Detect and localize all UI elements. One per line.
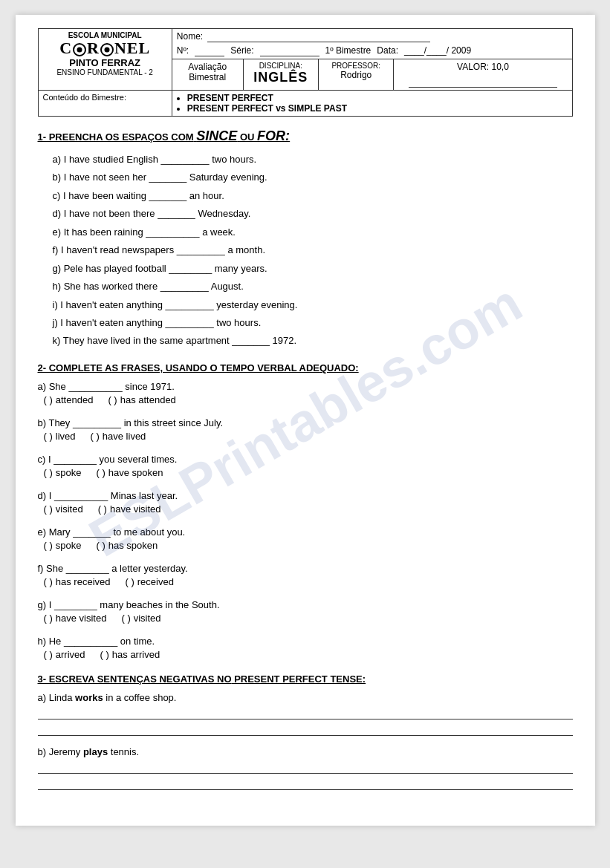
nome-field[interactable] <box>207 31 430 42</box>
no-field[interactable] <box>195 45 224 56</box>
section1-title-text: 1- PREENCHA OS ESPAÇOS COM <box>38 131 194 143</box>
q2-option-4-1[interactable]: ( ) has spoken <box>96 540 158 551</box>
data-label: Data: <box>377 45 398 56</box>
q2-option-0-0[interactable]: ( ) attended <box>44 394 94 405</box>
data-value: ____/____/ 2009 <box>404 45 471 56</box>
paren-6-0: ( ) <box>44 613 53 624</box>
valor-field[interactable] <box>409 76 557 88</box>
paren-1-0: ( ) <box>44 431 53 442</box>
option-label-4-0: spoke <box>56 540 82 551</box>
section1-for: FOR: <box>257 128 290 143</box>
info-cell-top: Nome: Nº: Série: 1º Bimestre Data: ____/… <box>172 29 572 59</box>
section2-title-text: 2- COMPLETE AS FRASES, USANDO O TEMPO VE… <box>38 362 359 373</box>
disciplina-value: INGLÊS <box>248 70 314 85</box>
q2-option-3-0[interactable]: ( ) visited <box>44 503 83 515</box>
q2-option-5-1[interactable]: ( ) received <box>126 576 174 587</box>
q2-block-2: c) I ________ you several times.( ) spok… <box>38 454 573 478</box>
subtitle: PINTO FERRAZ <box>43 57 167 68</box>
paren-4-1: ( ) <box>96 540 105 551</box>
paren-2-0: ( ) <box>44 467 53 478</box>
conteudo-label: Conteúdo do Bimestre: <box>38 91 172 117</box>
section1-item-6: g) Pele has played football ________ man… <box>53 261 573 276</box>
paren-3-0: ( ) <box>44 503 53 515</box>
q2-block-7: h) He __________ on time.( ) arrived( ) … <box>38 636 573 660</box>
serie-label: Série: <box>230 45 253 56</box>
paren-5-0: ( ) <box>44 576 53 587</box>
no-label: Nº: <box>177 45 189 56</box>
section1-title: 1- PREENCHA OS ESPAÇOS COM SINCE OU FOR: <box>38 128 573 144</box>
answer-line-0[interactable] <box>38 706 573 719</box>
section1-item-7: h) She has worked there _________ August… <box>53 278 573 294</box>
q2-option-6-1[interactable]: ( ) visited <box>121 613 160 624</box>
option-label-2-1: have spoken <box>108 467 163 478</box>
section3-title-underline: PRESENT PERFECT TENSE: <box>234 673 366 685</box>
q2-option-3-1[interactable]: ( ) have visited <box>98 503 161 515</box>
section1-item-1: b) I have not seen her _______ Saturday … <box>53 169 573 185</box>
option-label-6-0: have visited <box>56 613 107 624</box>
q2-sentence-2: c) I ________ you several times. <box>38 454 573 465</box>
q2-option-7-1[interactable]: ( ) has arrived <box>100 649 160 660</box>
option-label-6-1: visited <box>134 613 161 624</box>
serie-field[interactable] <box>260 45 319 56</box>
avaliacao-cell: Avaliação Bimestral <box>172 59 243 91</box>
bimestre-label: 1º Bimestre <box>325 45 371 56</box>
q2-option-6-0[interactable]: ( ) have visited <box>44 613 107 624</box>
q2-options-4: ( ) spoke( ) has spoken <box>44 540 573 551</box>
nome-line: Nome: <box>177 31 568 42</box>
q2-options-7: ( ) arrived( ) has arrived <box>44 649 573 660</box>
topic-1: PRESENT PERFECT <box>187 93 568 103</box>
q2-option-0-1[interactable]: ( ) has attended <box>108 394 175 405</box>
valor-label: VALOR: 10,0 <box>398 62 567 72</box>
option-label-4-1: has spoken <box>108 540 158 551</box>
q2-sentence-0: a) She __________ since 1971. <box>38 381 573 392</box>
answer-line-1[interactable] <box>38 760 573 774</box>
q2-sentence-3: d) I __________ Minas last year. <box>38 490 573 501</box>
q3-block-0: a) Linda works in a coffee shop. <box>38 692 573 736</box>
school-name: CRNEL <box>43 39 167 57</box>
q2-sentence-1: b) They _________ in this street since J… <box>38 417 573 428</box>
q2-option-1-1[interactable]: ( ) have lived <box>91 431 146 442</box>
option-label-1-0: lived <box>56 431 76 442</box>
section3-container: a) Linda works in a coffee shop.b) Jerem… <box>38 692 573 790</box>
paren-7-0: ( ) <box>44 649 53 660</box>
section3-title-text: 3- ESCREVA SENTENÇAS NEGATIVAS NO <box>38 673 232 685</box>
avaliacao-label: Avaliação Bimestral <box>188 62 227 82</box>
section1-item-9: j) I haven't eaten anything _________ tw… <box>53 315 573 330</box>
q2-options-0: ( ) attended( ) has attended <box>44 394 573 405</box>
option-label-3-1: have visited <box>110 503 161 515</box>
q3-sentence-1: b) Jeremy plays tennis. <box>38 746 573 757</box>
valor-cell: VALOR: 10,0 <box>394 59 572 91</box>
section2: 2- COMPLETE AS FRASES, USANDO O TEMPO VE… <box>38 362 573 660</box>
section3-title: 3- ESCREVA SENTENÇAS NEGATIVAS NO PRESEN… <box>38 673 573 685</box>
q2-option-1-0[interactable]: ( ) lived <box>44 431 76 442</box>
option-label-7-0: arrived <box>56 649 85 660</box>
q2-option-7-0[interactable]: ( ) arrived <box>44 649 85 660</box>
section1-since: SINCE <box>196 128 237 143</box>
q2-options-1: ( ) lived( ) have lived <box>44 431 573 442</box>
answer-line2-0[interactable] <box>38 722 573 736</box>
o-icon <box>73 43 86 56</box>
q3-block-1: b) Jeremy plays tennis. <box>38 746 573 790</box>
q2-option-2-0[interactable]: ( ) spoke <box>44 467 82 478</box>
q2-block-4: e) Mary _______ to me about you.( ) spok… <box>38 526 573 551</box>
paren-1-1: ( ) <box>91 431 100 442</box>
q2-option-2-1[interactable]: ( ) have spoken <box>96 467 163 478</box>
paren-7-1: ( ) <box>100 649 109 660</box>
paren-6-1: ( ) <box>121 613 130 624</box>
q2-option-4-0[interactable]: ( ) spoke <box>44 540 82 551</box>
q2-options-3: ( ) visited( ) have visited <box>44 503 573 515</box>
header-table: ESCOLA MUNICIPAL CRNEL PINTO FERRAZ ENSI… <box>38 28 573 117</box>
q2-option-5-0[interactable]: ( ) has received <box>44 576 111 587</box>
answer-line2-1[interactable] <box>38 777 573 790</box>
option-label-2-0: spoke <box>56 467 82 478</box>
paren-0-0: ( ) <box>44 394 53 405</box>
o2-icon <box>100 43 114 56</box>
professor-value: Rodrigo <box>323 70 389 80</box>
paren-4-0: ( ) <box>44 540 53 551</box>
section2-title: 2- COMPLETE AS FRASES, USANDO O TEMPO VE… <box>38 362 573 373</box>
section1: 1- PREENCHA OS ESPAÇOS COM SINCE OU FOR:… <box>38 128 573 349</box>
option-label-0-0: attended <box>56 394 94 405</box>
disciplina-cell: DISCIPLINA: INGLÊS <box>243 59 318 91</box>
q2-sentence-5: f) She ________ a letter yesterday. <box>38 563 573 574</box>
option-label-7-1: has arrived <box>112 649 160 660</box>
